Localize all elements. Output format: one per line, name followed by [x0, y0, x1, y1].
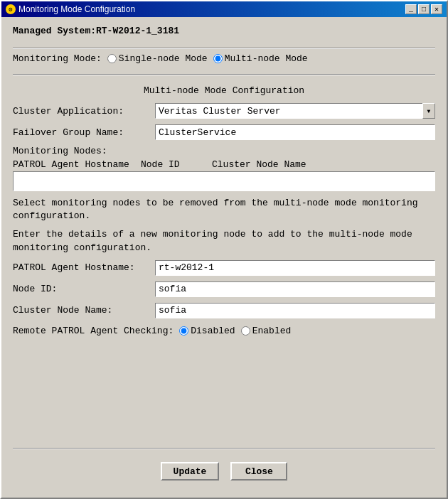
remove-description: Select monitoring nodes to be removed fr… [13, 197, 435, 222]
failover-group-input[interactable] [155, 124, 435, 140]
enabled-label: Enabled [252, 326, 292, 336]
new-hostname-row: PATROL Agent Hostname: [13, 260, 435, 276]
col-header-hostname: PATROL Agent Hostname [13, 159, 141, 170]
close-button-main[interactable]: Close [230, 462, 287, 481]
single-node-radio-label[interactable]: Single-node Mode [107, 53, 208, 64]
failover-group-label: Failover Group Name: [13, 127, 155, 138]
separator-3 [13, 448, 435, 449]
multi-node-label: Multi-node Mode [225, 53, 308, 64]
managed-system-label: Managed System:RT-W2012-1_3181 [13, 26, 435, 36]
cluster-node-name-label: Cluster Node Name: [13, 305, 155, 316]
monitoring-mode-row: Monitoring Mode: Single-node Mode Multi-… [13, 53, 435, 64]
separator-2 [13, 74, 435, 75]
update-button[interactable]: Update [161, 462, 220, 481]
new-hostname-input[interactable] [155, 260, 435, 276]
cluster-node-name-input[interactable] [155, 303, 435, 318]
monitoring-nodes-table[interactable] [13, 171, 435, 191]
disabled-radio-label[interactable]: Disabled [179, 326, 235, 336]
failover-group-row: Failover Group Name: [13, 124, 435, 140]
single-node-label: Single-node Mode [119, 53, 208, 64]
cluster-node-name-row: Cluster Node Name: [13, 303, 435, 318]
window-title: Monitoring Mode Configuration [18, 4, 135, 14]
enabled-radio-label[interactable]: Enabled [241, 326, 292, 336]
title-buttons: _ □ ✕ [405, 4, 442, 14]
multi-node-radio[interactable] [213, 54, 223, 63]
disabled-label: Disabled [191, 326, 235, 336]
title-bar: ⚙ Monitoring Mode Configuration _ □ ✕ [1, 1, 447, 17]
col-header-cluster-node: Cluster Node Name [212, 159, 435, 170]
monitoring-mode-label: Monitoring Mode: [13, 53, 102, 64]
new-hostname-label: PATROL Agent Hostname: [13, 262, 155, 273]
window-icon: ⚙ [6, 4, 16, 14]
enabled-radio[interactable] [241, 326, 250, 336]
section-title: Multi-node Mode Configuration [13, 85, 435, 96]
disabled-radio[interactable] [179, 326, 188, 336]
close-button[interactable]: ✕ [431, 4, 442, 14]
multi-node-radio-label[interactable]: Multi-node Mode [213, 53, 308, 64]
remote-patrol-row: Remote PATROL Agent Checking: Disabled E… [13, 326, 435, 336]
table-header: PATROL Agent Hostname Node ID Cluster No… [13, 159, 435, 170]
cluster-app-label: Cluster Application: [13, 106, 155, 117]
main-window: ⚙ Monitoring Mode Configuration _ □ ✕ Ma… [0, 0, 448, 499]
separator-1 [13, 48, 435, 49]
maximize-button[interactable]: □ [418, 4, 430, 14]
cluster-app-select[interactable]: Veritas Cluster Server Microsoft Cluster… [155, 103, 435, 119]
minimize-button[interactable]: _ [405, 4, 417, 14]
single-node-radio[interactable] [107, 54, 117, 63]
node-id-input[interactable] [155, 281, 435, 297]
content-area: Managed System:RT-W2012-1_3181 Monitorin… [1, 17, 447, 498]
cluster-app-select-wrapper: Veritas Cluster Server Microsoft Cluster… [155, 103, 435, 119]
node-id-label: Node ID: [13, 284, 155, 294]
bottom-buttons: Update Close [13, 454, 435, 489]
node-id-row: Node ID: [13, 281, 435, 297]
col-header-node-id: Node ID [141, 159, 212, 170]
remote-patrol-label: Remote PATROL Agent Checking: [13, 326, 174, 336]
cluster-app-row: Cluster Application: Veritas Cluster Ser… [13, 103, 435, 119]
add-description: Enter the details of a new monitoring no… [13, 228, 435, 254]
title-bar-left: ⚙ Monitoring Mode Configuration [6, 4, 135, 14]
monitoring-nodes-label: Monitoring Nodes: [13, 146, 435, 156]
